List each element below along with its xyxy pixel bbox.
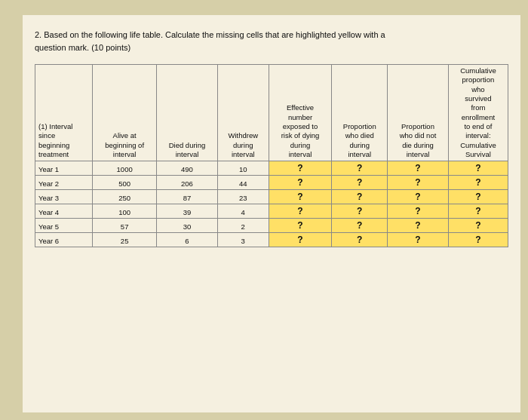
cell-alive-year2: 500 [93, 176, 157, 190]
cell-died-year5: 30 [157, 219, 218, 233]
cell-propsurvived-year5: ? [388, 219, 449, 233]
instruction-line1: 2. Based on the following life table. Ca… [35, 30, 385, 39]
cell-effective-year3: ? [269, 190, 332, 204]
instructions: 2. Based on the following life table. Ca… [35, 29, 508, 54]
row-label-year6: Year 6 [35, 233, 93, 247]
row-label-year2: Year 2 [35, 176, 93, 190]
cell-effective-year6: ? [269, 233, 332, 247]
cell-alive-year6: 25 [93, 233, 157, 247]
cell-withdrew-year2: 44 [217, 176, 269, 190]
col-header-interval: (1) Intervalsincebeginningtreatment [35, 65, 93, 161]
row-label-year5: Year 5 [35, 219, 93, 233]
cell-withdrew-year6: 3 [217, 233, 269, 247]
cell-effective-year4: ? [269, 204, 332, 219]
cell-cumulative-year3: ? [448, 190, 508, 204]
cell-propsurvived-year4: ? [388, 204, 449, 219]
cell-effective-year5: ? [269, 219, 332, 233]
cell-propdied-year6: ? [332, 233, 388, 247]
cell-cumulative-year4: ? [448, 204, 508, 219]
cell-propdied-year4: ? [332, 204, 388, 219]
row-label-year1: Year 1 [35, 161, 93, 176]
table-row: Year 5 57 30 2 ? ? ? ? [35, 219, 508, 233]
table-row: Year 2 500 206 44 ? ? ? ? [35, 176, 508, 190]
cell-withdrew-year1: 10 [217, 161, 269, 176]
cell-effective-year1: ? [269, 161, 332, 176]
row-label-year4: Year 4 [35, 204, 93, 219]
cell-withdrew-year4: 4 [217, 204, 269, 219]
col-header-effective: Effectivenumberexposed torisk of dyingdu… [269, 65, 332, 161]
cell-propdied-year5: ? [332, 219, 388, 233]
col-header-withdrew: Withdrewduringinterval [217, 65, 269, 161]
cell-effective-year2: ? [269, 176, 332, 190]
cell-withdrew-year3: 23 [217, 190, 269, 204]
cell-alive-year1: 1000 [93, 161, 157, 176]
cell-propdied-year2: ? [332, 176, 388, 190]
cell-alive-year5: 57 [93, 219, 157, 233]
cell-propsurvived-year2: ? [388, 176, 449, 190]
cell-cumulative-year1: ? [448, 161, 508, 176]
table-row: Year 3 250 87 23 ? ? ? ? [35, 190, 508, 204]
col-header-prop-died: Proportionwho diedduringinterval [332, 65, 388, 161]
cell-cumulative-year2: ? [448, 176, 508, 190]
table-row: Year 4 100 39 4 ? ? ? ? [35, 204, 508, 219]
instruction-line2: question mark. (10 points) [35, 43, 130, 52]
cell-alive-year3: 250 [93, 190, 157, 204]
col-header-died: Died duringinterval [157, 65, 218, 161]
cell-died-year4: 39 [157, 204, 218, 219]
col-header-prop-not-died: Proportionwho did notdie duringinterval [388, 65, 449, 161]
cell-died-year6: 6 [157, 233, 218, 247]
cell-propsurvived-year6: ? [388, 233, 449, 247]
cell-died-year3: 87 [157, 190, 218, 204]
table-row: Year 6 25 6 3 ? ? ? ? [35, 233, 508, 247]
cell-alive-year4: 100 [93, 204, 157, 219]
table-row: Year 1 1000 490 10 ? ? ? ? [35, 161, 508, 176]
cell-died-year1: 490 [157, 161, 218, 176]
cell-propdied-year1: ? [332, 161, 388, 176]
paper-background: 2. Based on the following life table. Ca… [23, 15, 520, 412]
cell-propsurvived-year1: ? [388, 161, 449, 176]
cell-propsurvived-year3: ? [388, 190, 449, 204]
cell-cumulative-year5: ? [448, 219, 508, 233]
col-header-cumulative: Cumulativeproportionwhosurvivedfromenrol… [448, 65, 508, 161]
cell-propdied-year3: ? [332, 190, 388, 204]
cell-cumulative-year6: ? [448, 233, 508, 247]
life-table: (1) Intervalsincebeginningtreatment Aliv… [35, 64, 508, 247]
row-label-year3: Year 3 [35, 190, 93, 204]
col-header-alive: Alive atbeginning ofinterval [93, 65, 157, 161]
cell-withdrew-year5: 2 [217, 219, 269, 233]
cell-died-year2: 206 [157, 176, 218, 190]
